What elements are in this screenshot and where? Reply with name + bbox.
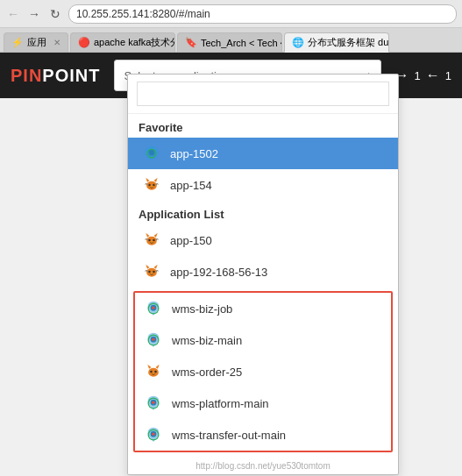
app-list-section-label: Application List xyxy=(128,201,398,224)
svg-marker-4 xyxy=(154,178,158,182)
app-icon-app154 xyxy=(142,175,161,195)
app-name: app-1502 xyxy=(170,147,218,160)
app-name: wms-biz-main xyxy=(172,334,242,347)
svg-point-1 xyxy=(149,150,155,156)
svg-marker-3 xyxy=(146,178,149,182)
app-name: wms-platform-main xyxy=(172,397,269,410)
list-item[interactable]: app-150 xyxy=(128,224,398,256)
app-icon-wms-biz-main xyxy=(144,330,163,350)
svg-point-7 xyxy=(148,184,149,185)
svg-point-8 xyxy=(154,184,155,185)
list-item[interactable]: app-192-168-56-13 xyxy=(128,256,398,288)
tab-dubbo[interactable]: 🌐 分布式服务框架 dubl... ✕ xyxy=(284,32,389,53)
svg-point-31 xyxy=(152,372,154,374)
svg-point-19 xyxy=(148,271,151,274)
list-item[interactable]: wms-platform-main xyxy=(135,387,391,419)
app-icon-wms-biz-job xyxy=(144,299,163,318)
tab-apps[interactable]: ⚡ 应用 ✕ xyxy=(4,32,68,52)
address-bar[interactable]: 10.255.255.141:8280/#/main xyxy=(68,4,457,24)
arrow-count-left: 1 xyxy=(445,69,451,82)
tab-kafka-label: apache kafka技术分... xyxy=(94,36,175,49)
list-item[interactable]: wms-biz-job xyxy=(135,293,391,324)
list-item[interactable]: app-154 xyxy=(128,169,398,201)
svg-point-25 xyxy=(152,338,154,341)
svg-point-9 xyxy=(150,185,153,188)
watermark: http://blog.csdn.net/yue530tomtom xyxy=(128,458,398,474)
favorite-section-label: Favorite xyxy=(128,114,398,138)
list-item[interactable]: wms-order-25 xyxy=(135,356,391,387)
svg-point-29 xyxy=(150,371,153,373)
svg-marker-28 xyxy=(156,365,160,369)
app-icon-app192 xyxy=(142,262,161,281)
point-text: POINT xyxy=(42,66,100,85)
app-name: app-154 xyxy=(170,179,212,192)
tab-dubbo-label: 分布式服务框架 dubl... xyxy=(308,36,389,49)
tab-tech[interactable]: 🔖 Tech_Arch < Tech < ✕ xyxy=(177,32,282,52)
svg-point-20 xyxy=(153,271,155,274)
app-dropdown-panel: Favorite app-1502 xyxy=(127,74,399,475)
svg-point-21 xyxy=(150,272,153,274)
app-name: app-192-168-56-13 xyxy=(170,266,267,279)
address-text: 10.255.255.141:8280/#/main xyxy=(76,8,210,20)
reload-button[interactable]: ↻ xyxy=(47,6,63,22)
app-icon-wms-order-25 xyxy=(144,362,163,381)
svg-marker-17 xyxy=(146,265,149,269)
app-icon-app1502 xyxy=(142,144,161,163)
wms-apps-section: wms-biz-job wms-biz-main xyxy=(133,291,393,452)
tab-bar: ⚡ 应用 ✕ 🔴 apache kafka技术分... ✕ 🔖 Tech_Arc… xyxy=(0,28,462,53)
svg-marker-12 xyxy=(154,233,158,238)
list-item[interactable]: app-1502 xyxy=(128,138,398,169)
app-name: wms-biz-job xyxy=(172,302,232,316)
header-right: → 1 ← 1 xyxy=(395,67,451,83)
svg-point-23 xyxy=(152,307,154,309)
tab-tech-label: Tech_Arch < Tech < xyxy=(201,38,282,48)
list-item[interactable]: wms-transfer-out-main xyxy=(135,419,391,451)
tab-kafka-icon: 🔴 xyxy=(78,37,90,48)
svg-point-33 xyxy=(152,401,154,404)
app-name: wms-order-25 xyxy=(172,366,242,379)
svg-marker-18 xyxy=(154,265,158,269)
svg-point-14 xyxy=(153,239,155,242)
app-icon-wms-platform-main xyxy=(144,394,163,413)
search-box xyxy=(128,75,398,114)
forward-button[interactable]: → xyxy=(26,6,42,22)
app-icon-wms-transfer-out-main xyxy=(144,425,163,444)
arrow-left-icon: ← xyxy=(426,67,440,83)
app-icon-app150 xyxy=(142,231,161,250)
list-item[interactable]: wms-biz-main xyxy=(135,324,391,356)
svg-marker-27 xyxy=(147,365,151,369)
search-input[interactable] xyxy=(137,82,389,106)
pin-text: PIN xyxy=(11,66,42,85)
arrow-count-right: 1 xyxy=(415,69,421,82)
svg-marker-11 xyxy=(146,233,149,238)
tab-kafka[interactable]: 🔴 apache kafka技术分... ✕ xyxy=(70,32,175,52)
tab-tech-icon: 🔖 xyxy=(185,37,197,48)
back-button[interactable]: ← xyxy=(5,6,21,22)
app-name: wms-transfer-out-main xyxy=(172,429,286,442)
app-name: app-150 xyxy=(170,234,212,247)
tab-apps-label: 应用 xyxy=(27,36,46,49)
svg-point-30 xyxy=(154,371,157,373)
tab-dubbo-icon: 🌐 xyxy=(292,37,304,48)
svg-point-15 xyxy=(150,240,153,243)
tab-apps-icon: ⚡ xyxy=(11,37,24,48)
browser-bar: ← → ↻ 10.255.255.141:8280/#/main xyxy=(0,0,462,28)
svg-point-13 xyxy=(148,239,151,242)
svg-point-35 xyxy=(152,433,154,436)
pinpoint-logo: PINPOINT xyxy=(11,66,100,86)
tab-apps-close[interactable]: ✕ xyxy=(53,38,60,47)
